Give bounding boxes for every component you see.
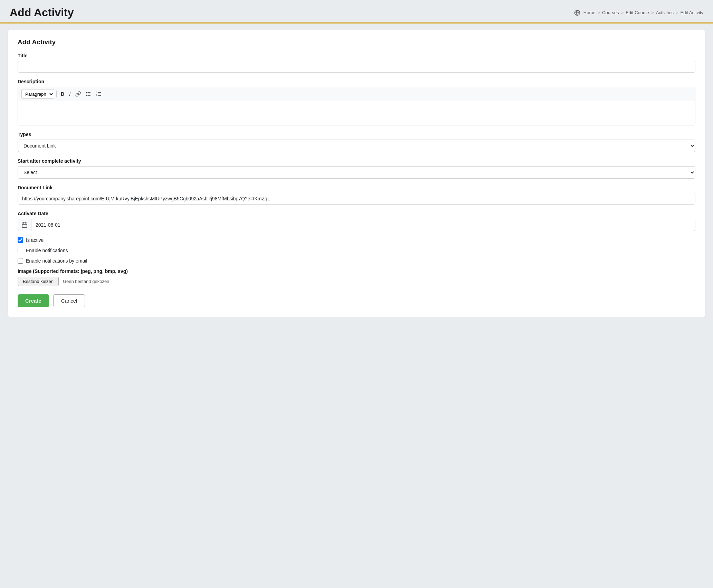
- file-name-text: Geen bestand gekozen: [63, 279, 109, 284]
- enable-notifications-email-checkbox[interactable]: [18, 258, 23, 264]
- activate-date-label: Activate Date: [18, 211, 695, 216]
- file-choose-button[interactable]: Bestand kiezen: [18, 277, 59, 286]
- description-group: Description Paragraph B I: [18, 79, 695, 125]
- image-group: Image (Supported formats: jpeg, png, bmp…: [18, 268, 695, 286]
- main-content: Add Activity Title Description Paragraph…: [0, 23, 713, 325]
- page-title: Add Activity: [10, 6, 74, 19]
- unordered-list-button[interactable]: [84, 89, 93, 99]
- types-group: Types Document Link: [18, 132, 695, 152]
- document-link-label: Document Link: [18, 185, 695, 190]
- start-after-select[interactable]: Select: [18, 166, 695, 179]
- form-actions: Create Cancel: [18, 294, 695, 307]
- globe-icon: [574, 10, 580, 16]
- create-button[interactable]: Create: [18, 294, 49, 307]
- cancel-button[interactable]: Cancel: [53, 294, 85, 307]
- bold-button[interactable]: B: [59, 89, 66, 99]
- breadcrumb-sep-4: >: [676, 10, 678, 15]
- breadcrumb-home[interactable]: Home: [583, 10, 596, 15]
- is-active-group: Is active: [18, 237, 695, 243]
- svg-point-4: [86, 92, 87, 93]
- start-after-group: Start after complete activity Select: [18, 158, 695, 179]
- toolbar-divider-1: [56, 91, 57, 97]
- enable-notifications-group: Enable notifications: [18, 248, 695, 253]
- breadcrumb-sep-2: >: [621, 10, 624, 15]
- activate-date-input[interactable]: [31, 219, 695, 230]
- enable-notifications-email-label[interactable]: Enable notifications by email: [26, 258, 87, 264]
- document-link-input[interactable]: [18, 193, 695, 205]
- description-toolbar: Paragraph B I: [18, 87, 695, 101]
- start-after-label: Start after complete activity: [18, 158, 695, 164]
- link-button[interactable]: [73, 89, 83, 99]
- ordered-list-button[interactable]: 1 2 3: [94, 89, 104, 99]
- activate-date-group: Activate Date: [18, 211, 695, 231]
- is-active-label[interactable]: Is active: [26, 237, 44, 243]
- enable-notifications-email-group: Enable notifications by email: [18, 258, 695, 264]
- date-input-wrapper: [18, 219, 695, 231]
- types-select[interactable]: Document Link: [18, 140, 695, 152]
- types-label: Types: [18, 132, 695, 137]
- is-active-checkbox[interactable]: [18, 237, 23, 243]
- svg-rect-13: [22, 223, 27, 228]
- unordered-list-icon: [86, 91, 91, 97]
- breadcrumb-sep-3: >: [651, 10, 654, 15]
- svg-point-5: [86, 94, 87, 94]
- breadcrumb: Home > Courses > Edit Course > Activitie…: [574, 10, 703, 16]
- bold-icon: B: [61, 91, 64, 97]
- link-icon: [75, 91, 81, 97]
- calendar-icon: [21, 222, 28, 228]
- description-label: Description: [18, 79, 695, 84]
- description-editor[interactable]: [18, 101, 695, 125]
- document-link-group: Document Link: [18, 185, 695, 205]
- svg-point-6: [86, 95, 87, 96]
- file-input-wrapper: Bestand kiezen Geen bestand gekozen: [18, 277, 695, 286]
- enable-notifications-label[interactable]: Enable notifications: [26, 248, 68, 253]
- breadcrumb-edit-activity: Edit Activity: [681, 10, 703, 15]
- card-title: Add Activity: [18, 38, 695, 46]
- breadcrumb-activities[interactable]: Activities: [656, 10, 674, 15]
- italic-button[interactable]: I: [67, 89, 73, 99]
- title-label: Title: [18, 53, 695, 58]
- breadcrumb-edit-course[interactable]: Edit Course: [626, 10, 649, 15]
- title-input[interactable]: [18, 61, 695, 73]
- calendar-icon-box: [18, 219, 31, 231]
- paragraph-select[interactable]: Paragraph: [21, 89, 54, 99]
- enable-notifications-checkbox[interactable]: [18, 248, 23, 253]
- image-label: Image (Supported formats: jpeg, png, bmp…: [18, 268, 695, 274]
- page-header: Add Activity Home > Courses > Edit Cours…: [0, 0, 713, 22]
- breadcrumb-sep-1: >: [598, 10, 600, 15]
- title-group: Title: [18, 53, 695, 73]
- form-card: Add Activity Title Description Paragraph…: [8, 30, 705, 317]
- svg-text:3: 3: [96, 94, 97, 96]
- ordered-list-icon: 1 2 3: [96, 91, 102, 97]
- breadcrumb-courses[interactable]: Courses: [602, 10, 619, 15]
- italic-icon: I: [69, 91, 70, 97]
